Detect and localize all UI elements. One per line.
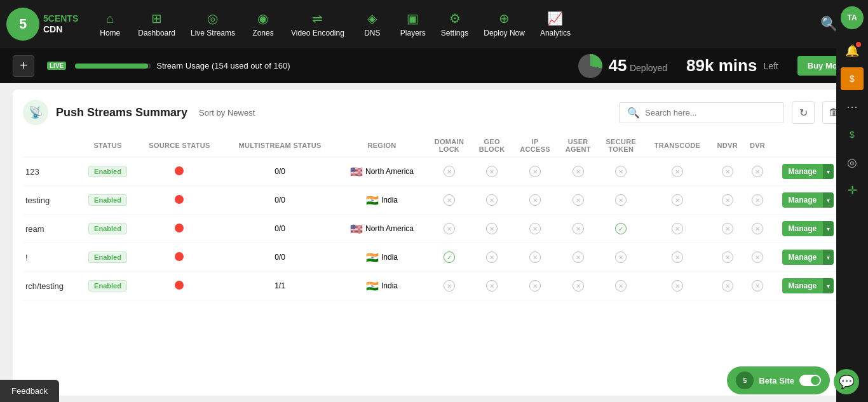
status-cell: Enabled [79,272,137,300]
manage-dropdown-button[interactable]: ▾ [823,192,834,208]
manage-dropdown-button[interactable]: ▾ [823,278,834,293]
ndvr-cell: ✕ [710,157,744,186]
x-icon: ✕ [672,166,683,177]
billing-icon[interactable]: $ [841,67,864,90]
status-badge: Enabled [88,251,127,263]
refresh-button[interactable]: ↻ [792,101,815,124]
check-icon: ✓ [444,251,455,263]
video-encoding-icon: ⇌ [312,11,323,26]
status-badge: Enabled [88,280,127,291]
nav-zones[interactable]: ◉ Zones [244,7,282,41]
x-icon: ✕ [486,280,498,291]
col-geo-block: GEOBLOCK [471,134,512,157]
domain-lock-cell: ✕ [426,186,471,215]
manage-button[interactable]: Manage [782,221,824,236]
nav-video-encoding[interactable]: ⇌ Video Encoding [285,7,351,41]
x-icon: ✕ [573,251,584,263]
nav-players[interactable]: ▣ Players [394,7,432,41]
nav-dns[interactable]: ◈ DNS [353,7,391,41]
search-icon: 🔍 [627,107,640,119]
nav-settings[interactable]: ⚙ Settings [435,7,475,41]
transcode-cell: ✕ [644,215,711,243]
geo-block-cell: ✕ [471,157,512,186]
user-agent-cell: ✕ [558,157,598,186]
ip-access-cell: ✕ [512,243,559,272]
table-row: testing Enabled 0/0 🇮🇳 India ✕ ✕ ✕ ✕ ✕ ✕… [23,186,845,215]
manage-dropdown-button[interactable]: ▾ [823,250,834,265]
x-icon: ✕ [486,251,498,263]
search-input[interactable] [645,108,776,117]
region-name: India [381,253,398,262]
transcode-cell: ✕ [644,157,711,186]
region-name: North America [365,167,414,176]
stats-block: 45 Deployed 89k mins Left Buy More [578,54,855,78]
payment-icon[interactable]: $ [841,123,864,146]
network-icon[interactable]: ◎ [841,151,864,174]
stream-name: rch/testing [23,272,79,300]
settings-icon: ⚙ [449,11,461,26]
x-icon: ✕ [672,223,683,234]
region-cell: 🇮🇳 India [337,272,427,300]
x-icon: ✕ [722,280,733,291]
x-icon: ✕ [722,223,733,234]
x-icon: ✕ [529,223,541,234]
secure-token-cell: ✕ [598,157,644,186]
ndvr-cell: ✕ [710,243,744,272]
manage-button[interactable]: Manage [782,278,824,293]
x-icon: ✕ [444,166,455,177]
x-icon: ✕ [672,194,683,206]
table-row: ream Enabled 0/0 🇺🇸 North America ✕ ✕ ✕ … [23,215,845,243]
beta-site-label: Beta Site [759,376,794,385]
multistream-cell: 0/0 [223,186,337,215]
nav-deploy-now[interactable]: ⊕ Deploy Now [477,7,531,41]
analytics-icon: 📈 [547,11,563,26]
source-status-cell [136,243,222,272]
notification-badge [856,42,861,47]
col-actions [771,134,845,157]
nav-dashboard[interactable]: ⊞ Dashboard [132,7,182,41]
nav-home[interactable]: ⌂ Home [91,8,129,41]
more-icon[interactable]: ⋯ [841,95,864,118]
red-dot [175,166,184,175]
beta-toggle-switch[interactable] [799,375,821,386]
x-icon: ✕ [486,223,498,234]
manage-button[interactable]: Manage [782,164,824,179]
actions-cell: Manage ▾ [771,186,845,215]
x-icon: ✕ [722,194,733,206]
x-icon: ✕ [615,194,627,206]
add-stream-button[interactable]: + [13,55,34,77]
x-icon: ✕ [573,194,584,206]
x-icon: ✕ [529,280,541,291]
chat-button[interactable]: 💬 [834,369,859,394]
live-streams-icon: ◎ [207,11,218,26]
multistream-cell: 1/1 [223,272,337,300]
stream-name: ! [23,243,79,272]
streams-table: STATUS SOURCE STATUS MULTISTREAM STATUS … [23,134,845,300]
region-flag: 🇮🇳 [366,251,379,264]
user-agent-cell: ✕ [558,215,598,243]
beta-site-toggle[interactable]: 5 Beta Site [727,366,830,394]
manage-dropdown-button[interactable]: ▾ [823,221,834,236]
domain-lock-cell: ✓ [426,243,471,272]
main-content: 📡 Push Streams Summary Sort by Newest 🔍 … [13,90,855,396]
manage-button[interactable]: Manage [782,192,824,208]
add-icon[interactable]: ✛ [841,179,864,202]
feedback-button[interactable]: Feedback [0,380,59,402]
red-dot [175,224,184,232]
dvr-cell: ✕ [744,243,771,272]
live-badge: LIVE [47,62,66,70]
manage-dropdown-button[interactable]: ▾ [823,164,834,179]
secure-token-cell: ✕ [598,186,644,215]
domain-lock-cell: ✕ [426,157,471,186]
sort-label[interactable]: Sort by Newest [199,108,255,117]
stream-usage-text: Stream Usage (154 used out of 160) [156,61,290,70]
status-cell: Enabled [79,243,137,272]
region-cell: 🇮🇳 India [337,186,427,215]
nav-analytics[interactable]: 📈 Analytics [534,7,577,41]
stream-usage-info: LIVE Stream Usage (154 used out of 160) [47,61,290,70]
nav-live-streams[interactable]: ◎ Live Streams [184,7,241,41]
x-icon: ✕ [444,223,455,234]
manage-button[interactable]: Manage [782,250,824,265]
notification-icon[interactable]: 🔔 [841,39,864,62]
source-status-cell [136,186,222,215]
